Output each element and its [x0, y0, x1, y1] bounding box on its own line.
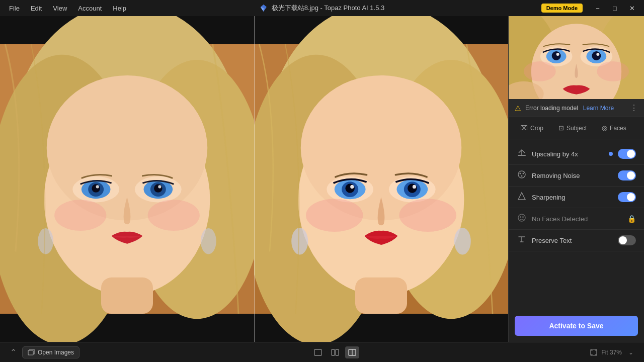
bottom-left: ⌃ Open Images	[8, 346, 79, 358]
split-view-button[interactable]	[345, 346, 359, 358]
split-divider	[254, 16, 255, 342]
svg-point-70	[518, 214, 525, 221]
removing-noise-toggle[interactable]	[618, 170, 636, 180]
svg-point-62	[597, 61, 629, 81]
zoom-expand-button[interactable]: ⌄	[626, 347, 636, 357]
svg-point-38	[345, 184, 355, 193]
menu-file[interactable]: File	[4, 3, 25, 14]
svg-rect-74	[314, 349, 321, 355]
sharpening-label: Sharpening	[532, 194, 613, 201]
bottom-bar: ⌃ Open Images	[0, 342, 644, 362]
tool-tabs: ⌧ Crop ⊡ Subject ◎ Faces	[509, 117, 644, 139]
svg-point-59	[556, 53, 559, 56]
tab-crop[interactable]: ⌧ Crop	[514, 121, 550, 135]
sharpening-toggle[interactable]	[618, 192, 636, 202]
svg-point-65	[518, 171, 525, 178]
svg-rect-73	[28, 350, 33, 355]
removing-noise-label: Removing Noise	[532, 172, 613, 179]
single-view-button[interactable]	[311, 346, 325, 358]
menu-account[interactable]: Account	[73, 3, 107, 14]
menu-bar: File Edit View Account Help	[0, 0, 131, 16]
thumb-image	[509, 16, 644, 99]
preserve-text-toggle[interactable]	[618, 235, 636, 245]
tab-subject-label: Subject	[567, 125, 587, 132]
split-view	[0, 16, 508, 342]
menu-help[interactable]: Help	[108, 3, 131, 14]
svg-point-42	[306, 199, 363, 232]
original-image-panel	[0, 16, 254, 342]
menu-edit[interactable]: Edit	[26, 3, 47, 14]
removing-noise-row: Removing Noise	[509, 165, 644, 187]
svg-point-24	[201, 228, 216, 254]
svg-point-16	[92, 184, 100, 192]
svg-point-17	[154, 184, 162, 192]
canvas-area[interactable]	[0, 16, 508, 342]
menu-view[interactable]: View	[48, 3, 72, 14]
preserve-text-label: Preserve Text	[532, 237, 613, 244]
upscaling-dot	[609, 152, 613, 156]
original-image	[0, 16, 254, 342]
upscaling-label: Upscaling by 4x	[532, 150, 604, 158]
upscaling-icon	[517, 148, 527, 159]
svg-point-67	[523, 173, 524, 174]
svg-rect-44	[355, 278, 407, 314]
window-title: 极光下载站8.jpg - Topaz Photo AI 1.5.3	[260, 4, 385, 13]
faces-icon: ◎	[602, 124, 607, 132]
svg-point-60	[596, 53, 599, 56]
svg-point-43	[399, 199, 456, 232]
svg-point-58	[592, 51, 601, 60]
activate-save-button[interactable]: Activate to Save	[515, 316, 638, 336]
faces-detect-icon	[517, 213, 527, 224]
minimize-button[interactable]: −	[590, 1, 606, 15]
sharpening-row: Sharpening	[509, 187, 644, 208]
svg-rect-22	[101, 278, 153, 314]
processed-image	[254, 16, 508, 342]
svg-point-21	[148, 200, 200, 231]
subject-icon: ⊡	[558, 124, 564, 132]
crop-icon: ⌧	[520, 124, 528, 132]
svg-point-45	[291, 228, 308, 255]
lock-icon: 🔒	[627, 215, 636, 223]
svg-rect-75	[332, 349, 335, 355]
fit-icon	[590, 349, 597, 356]
preview-thumbnail	[509, 16, 644, 99]
error-menu-button[interactable]: ⋮	[630, 103, 638, 113]
open-images-button[interactable]: Open Images	[22, 346, 79, 358]
svg-rect-76	[336, 349, 339, 355]
settings-list: Upscaling by 4x Removing Noise	[509, 139, 644, 312]
demo-badge: Demo Mode	[541, 4, 583, 13]
text-icon	[517, 235, 527, 246]
tab-faces-label: Faces	[610, 125, 626, 132]
zoom-controls: Fit 37% ⌄	[590, 347, 636, 357]
maximize-button[interactable]: □	[607, 1, 623, 15]
expand-button[interactable]: ⌃	[8, 347, 18, 357]
svg-point-19	[158, 185, 161, 188]
main-layout: ⚠ Error loading model Learn More ⋮ ⌧ Cro…	[0, 16, 644, 342]
topaz-logo-icon	[260, 4, 268, 12]
svg-marker-69	[518, 193, 525, 200]
no-faces-label: No Faces Detected	[532, 215, 622, 223]
upscaling-row: Upscaling by 4x	[509, 143, 644, 165]
error-banner: ⚠ Error loading model Learn More ⋮	[509, 99, 644, 117]
tab-faces[interactable]: ◎ Faces	[595, 121, 633, 135]
window-controls: Demo Mode − □ ✕	[541, 1, 644, 15]
split-horizontal-button[interactable]	[328, 346, 342, 358]
svg-rect-64	[518, 155, 526, 156]
svg-point-66	[520, 173, 521, 174]
view-controls	[311, 346, 359, 358]
open-images-icon	[28, 349, 35, 356]
svg-point-72	[522, 216, 524, 218]
title-bar: File Edit View Account Help 极光下载站8.jpg -…	[0, 0, 644, 16]
noise-icon	[517, 170, 527, 181]
svg-point-18	[96, 185, 99, 188]
learn-more-link[interactable]: Learn More	[583, 105, 614, 112]
close-button[interactable]: ✕	[624, 1, 640, 15]
svg-point-20	[54, 200, 106, 231]
preserve-text-row: Preserve Text	[509, 230, 644, 251]
svg-point-68	[521, 175, 523, 177]
tab-subject[interactable]: ⊡ Subject	[552, 121, 593, 135]
warning-icon: ⚠	[515, 104, 521, 112]
svg-rect-79	[591, 349, 597, 355]
upscaling-toggle[interactable]	[618, 149, 636, 159]
svg-point-40	[350, 185, 354, 189]
